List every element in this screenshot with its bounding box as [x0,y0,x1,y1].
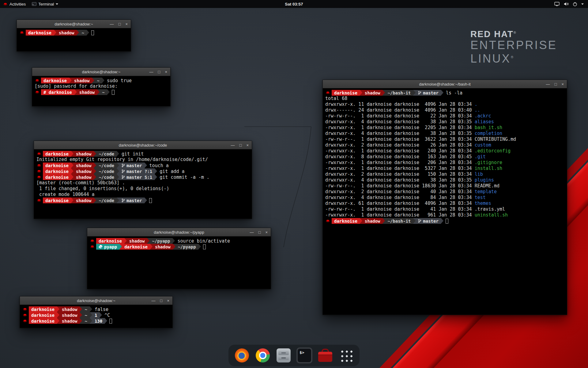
powerline-separator [69,78,72,83]
segment-label: 1 [95,313,97,318]
close-button[interactable]: × [265,228,268,236]
prompt-segment-git: master [119,163,145,168]
terminal-window: darknoise@shadow:~/bash-it — □ × darknoi… [322,80,567,315]
powerline-triangle [80,318,82,324]
terminal-content[interactable]: darknoiseshadow~/bash-it masterls -latot… [323,88,567,315]
powerline-triangle [145,197,147,203]
powerline-separator [117,151,119,157]
dock-item-terminal[interactable]: $> [296,347,312,363]
powerline-separator [119,244,122,250]
segment-label: ~ [85,307,87,312]
close-button[interactable]: × [246,141,249,149]
powerline-separator [94,151,96,157]
powerline-separator [155,174,157,180]
powerline-separator [71,168,74,174]
ls-meta: drwxrwxr-x. 4 darknoise darknoise 38 Jan… [325,119,475,125]
output-line: -rwxrwxr-x. 1 darknoise darknoise 961 Ja… [325,212,564,218]
powerline-triangle [97,89,100,95]
window-titlebar[interactable]: darknoise@shadow:~ — □ × [32,68,170,76]
powerline-triangle [441,90,443,95]
terminal-content[interactable]: darknoiseshadow~/pyappsource bin/activat… [87,236,271,289]
terminal-content[interactable]: darknoiseshadow~sudo true[sudo] password… [32,76,170,106]
terminal-window: darknoise@shadow:~/code — □ × darknoises… [34,141,252,219]
redhat-icon [37,170,41,173]
minimize-button[interactable]: — [250,228,254,236]
system-status-area[interactable] [554,2,588,6]
command-text: ls -la [443,90,462,96]
prompt-segment-path: ~/code [96,151,117,157]
powerline-separator [145,197,147,203]
window-titlebar[interactable]: darknoise@shadow:~/bash-it — □ × [323,80,567,88]
prompt-segment-user: darknoise [41,78,69,83]
activities-button[interactable]: Activities [3,0,26,8]
minimize-button[interactable]: — [546,80,550,88]
ls-filename: uninstall.sh [475,212,508,218]
window-titlebar[interactable]: darknoise@shadow:~/code — □ × [34,141,252,149]
display-icon [554,2,560,6]
output-line: -rw-rw-r--. 1 darknoise darknoise 3622 J… [325,136,564,142]
clock[interactable]: Sat 03:57 [285,2,303,6]
dock-item-firefox[interactable] [234,347,250,363]
activities-label: Activities [9,2,26,6]
close-button[interactable]: × [167,297,169,305]
redhat-icon [3,2,8,6]
minimize-button[interactable]: — [152,297,156,305]
segment-label: ~ [85,319,87,324]
power-icon [573,2,577,6]
close-button[interactable]: × [165,68,167,76]
powerline-triangle [100,312,102,318]
app-menu[interactable]: Terminal [32,0,58,8]
redhat-icon [37,152,41,155]
ls-meta: -rwxrwxr-x. 1 darknoise darknoise 206 Ja… [325,160,475,165]
prompt-segment-path: ~/pyapp [175,244,198,250]
minimize-button[interactable]: — [231,141,235,149]
terminal-content[interactable]: darknoiseshadow~ [17,28,131,51]
ls-filename: install.sh [475,166,502,171]
segment-label: 130 [95,319,102,324]
segment-label: shadow [155,244,171,249]
dock-item-app-grid[interactable] [338,347,354,363]
segment-label: shadow [62,307,77,312]
maximize-button[interactable]: □ [258,228,261,236]
dock-item-toolbox[interactable] [317,347,333,363]
window-titlebar[interactable]: darknoise@shadow:~/pyapp — □ × [87,228,271,236]
maximize-button[interactable]: □ [158,68,160,76]
powerline-triangle [90,318,92,324]
dock-item-files[interactable] [276,347,292,363]
minimize-button[interactable]: — [149,68,153,76]
prompt-segment-user: darknoise [29,318,57,324]
minimize-button[interactable]: — [110,20,114,28]
ls-filename: .git [475,154,486,159]
powerline-triangle [87,30,89,35]
window-title: darknoise@shadow:~/code [34,143,252,148]
powerline-separator [105,318,107,324]
powerline-separator [117,174,119,180]
git-branch-icon [418,219,421,223]
brand-redhat: RED HAT® [470,29,557,39]
ls-meta: -rwxrwxr-x. 1 darknoise darknoise 240 Ja… [325,148,475,154]
close-button[interactable]: × [125,20,128,28]
output-text: create mode 100644 a [36,192,95,197]
dock-item-chrome[interactable] [255,347,271,363]
maximize-button[interactable]: □ [119,20,121,28]
segment-label: # darknoise [43,90,72,95]
redhat-icon [37,164,41,167]
powerline-triangle [94,174,96,180]
brand-linux: LINUX® [470,52,557,66]
ls-filename: . [475,102,477,107]
output-line: drwxrwxr-x. 2 darknoise darknoise 150 Ja… [325,171,564,177]
output-line: drwxrwxr-x. 4 darknoise darknoise 38 Jan… [325,177,564,183]
maximize-button[interactable]: □ [160,297,163,305]
powerline-triangle [147,238,149,243]
terminal-window: darknoise@shadow:~/pyapp — □ × darknoise… [87,228,271,289]
window-titlebar[interactable]: darknoise@shadow:~ — □ × [17,20,131,28]
terminal-cursor [109,319,112,324]
terminal-content[interactable]: darknoiseshadow~/codegit initInitialized… [34,149,252,219]
window-titlebar[interactable]: darknoise@shadow:~ — □ × [20,297,172,305]
command-text: source bin/activate [175,238,230,244]
powerline-separator [71,163,74,168]
terminal-content[interactable]: darknoiseshadow~false darknoiseshadow~1^… [20,305,172,328]
close-button[interactable]: × [561,80,564,88]
maximize-button[interactable]: □ [555,80,557,88]
maximize-button[interactable]: □ [239,141,242,149]
